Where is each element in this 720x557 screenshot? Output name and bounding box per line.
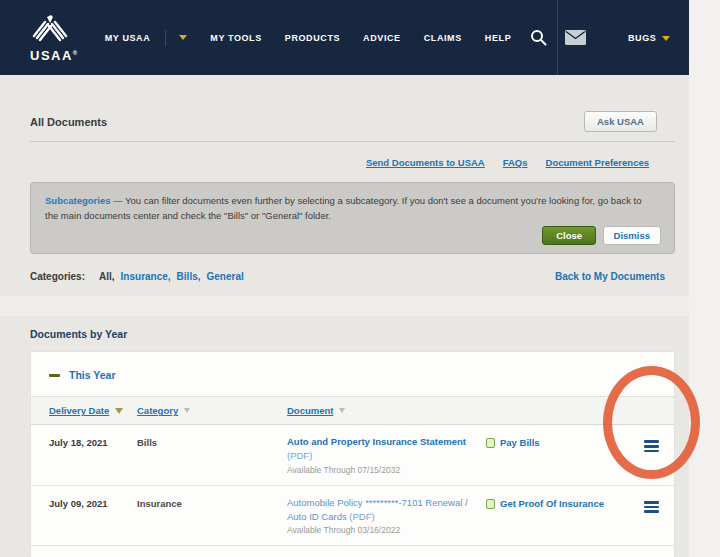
brand-text: USAA®	[30, 49, 79, 62]
search-icon[interactable]	[530, 29, 547, 50]
categories-label: Categories:	[30, 271, 85, 282]
document-sort-link[interactable]: Document	[287, 405, 333, 416]
pay-bills-action[interactable]: Pay Bills	[486, 435, 628, 449]
category-link-bills[interactable]: Bills,	[177, 271, 201, 282]
main-content: All Documents Ask USAA Send Documents to…	[0, 111, 689, 557]
table-row: July 18, 2021 Bills Auto and Property In…	[31, 425, 674, 486]
action-label: Pay Bills	[500, 437, 540, 449]
nav-item-bugs[interactable]: BUGS	[628, 33, 670, 43]
usaa-logo[interactable]: USAA®	[30, 14, 79, 62]
usaa-eagle-icon	[30, 14, 70, 47]
close-button[interactable]: Close	[542, 226, 596, 245]
available-through-text: Available Through 07/15/2032	[287, 465, 472, 475]
cell-category: Bills	[137, 435, 287, 448]
notice-text: Subcategories — You can filter documents…	[45, 193, 657, 223]
table-row: July 09, 2021 Insurance Automobile Polic…	[31, 486, 674, 547]
this-year-group-toggle[interactable]: This Year	[31, 352, 674, 396]
row-menu-icon[interactable]	[644, 496, 659, 515]
column-header-document[interactable]: Document	[287, 405, 486, 416]
header-divider	[557, 0, 558, 75]
delivery-date-sort-link[interactable]: Delivery Date	[49, 405, 109, 416]
nav-item-advice[interactable]: ADVICE	[363, 33, 401, 43]
cell-category: Insurance	[137, 496, 287, 509]
category-sort-link[interactable]: Category	[137, 405, 178, 416]
documents-card: This Year Delivery Date Category Documen…	[30, 351, 675, 557]
pdf-suffix: (PDF)	[287, 450, 312, 461]
title-divider	[30, 141, 675, 142]
proof-of-insurance-icon	[486, 499, 495, 509]
cell-delivery-date: July 09, 2021	[49, 496, 137, 509]
document-link[interactable]: Automobile Policy *********-7101 Renewal…	[287, 496, 472, 524]
subcategories-link[interactable]: Subcategories	[45, 195, 110, 206]
collapse-minus-icon[interactable]	[49, 374, 60, 377]
faqs-link[interactable]: FAQs	[503, 157, 528, 168]
document-preferences-link[interactable]: Document Preferences	[546, 157, 649, 168]
bugs-label: BUGS	[628, 33, 656, 43]
nav-item-help[interactable]: HELP	[485, 33, 511, 43]
row-menu-icon[interactable]	[644, 435, 659, 454]
section-divider-band	[0, 296, 689, 316]
chevron-down-icon	[662, 36, 670, 41]
top-navigation-bar: USAA® MY USAA MY TOOLS PRODUCTS ADVICE C…	[0, 0, 689, 75]
categories-row: Categories: All, Insurance, Bills, Gener…	[30, 271, 675, 282]
pay-bills-icon	[486, 438, 495, 448]
column-header-delivery-date[interactable]: Delivery Date	[49, 405, 137, 416]
nav-item-my-usaa[interactable]: MY USAA	[105, 33, 151, 43]
category-link-general[interactable]: General	[207, 271, 244, 282]
available-through-text: Available Through 03/16/2022	[287, 525, 472, 535]
document-link[interactable]: Auto and Property Insurance Statement (P…	[287, 435, 472, 463]
column-header-category[interactable]: Category	[137, 405, 287, 416]
dismiss-button[interactable]: Dismiss	[603, 226, 661, 245]
category-current-all: All,	[99, 271, 115, 282]
categories-list: Categories: All, Insurance, Bills, Gener…	[30, 271, 244, 282]
chevron-down-icon[interactable]	[179, 35, 187, 40]
ask-usaa-button[interactable]: Ask USAA	[584, 111, 657, 132]
sort-icon	[339, 408, 345, 413]
page-title: All Documents	[30, 116, 107, 128]
action-label: Get Proof Of Insurance	[500, 498, 604, 510]
screen: USAA® MY USAA MY TOOLS PRODUCTS ADVICE C…	[0, 0, 720, 557]
document-links-row: Send Documents to USAA FAQs Document Pre…	[30, 157, 675, 168]
this-year-link[interactable]: This Year	[69, 369, 116, 381]
table-header-row: Delivery Date Category Document	[31, 396, 674, 425]
subcategories-notice-box: Subcategories — You can filter documents…	[30, 182, 675, 254]
nav-item-claims[interactable]: CLAIMS	[424, 33, 462, 43]
back-to-my-documents-link[interactable]: Back to My Documents	[555, 271, 665, 282]
sort-icon	[184, 408, 190, 413]
nav-divider	[165, 30, 166, 46]
category-link-insurance[interactable]: Insurance,	[121, 271, 171, 282]
cell-delivery-date: July 18, 2021	[49, 435, 137, 448]
documents-by-year-title: Documents by Year	[30, 328, 675, 340]
title-row: All Documents Ask USAA	[30, 111, 675, 132]
pdf-suffix: (PDF)	[349, 511, 374, 522]
get-proof-of-insurance-action[interactable]: Get Proof Of Insurance	[486, 496, 628, 510]
usaa-documents-page: USAA® MY USAA MY TOOLS PRODUCTS ADVICE C…	[0, 0, 689, 557]
nav-item-products[interactable]: PRODUCTS	[285, 33, 340, 43]
mail-icon[interactable]	[565, 30, 586, 49]
notice-body: — You can filter documents even further …	[45, 195, 642, 221]
nav-item-my-tools[interactable]: MY TOOLS	[210, 33, 261, 43]
send-documents-link[interactable]: Send Documents to USAA	[366, 157, 485, 168]
table-row: July 08, 2021 Insurance AutoIDCard (PDF)…	[31, 546, 674, 557]
primary-nav: MY USAA MY TOOLS PRODUCTS ADVICE CLAIMS …	[105, 30, 511, 46]
sort-desc-icon	[115, 408, 123, 414]
